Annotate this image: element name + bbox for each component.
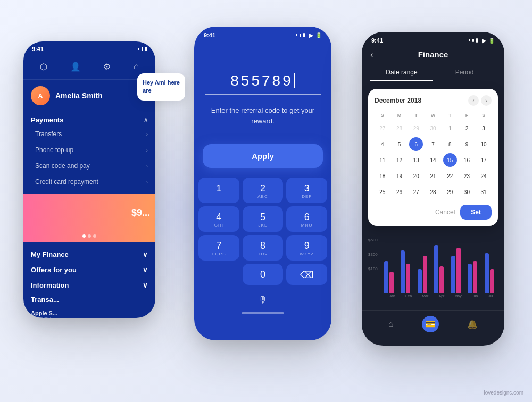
cal-day-4[interactable]: 4 <box>376 137 389 151</box>
offers-chevron: ∨ <box>143 266 148 274</box>
cal-day-29[interactable]: 29 <box>443 185 457 199</box>
key-0[interactable]: 0 <box>243 264 284 285</box>
offers-header[interactable]: Offers for you ∨ <box>23 262 155 276</box>
cal-day-28o[interactable]: 28 <box>393 121 406 135</box>
signal-bar-1 <box>138 48 139 50</box>
cal-day-13[interactable]: 13 <box>409 153 423 167</box>
cal-day-25[interactable]: 25 <box>376 185 389 199</box>
cal-day-27o[interactable]: 27 <box>376 121 389 135</box>
nav-item-scan[interactable]: Scan code and pay › <box>23 158 155 174</box>
tab-row: Date range Period <box>370 64 496 81</box>
cal-day-26[interactable]: 26 <box>393 185 406 199</box>
profile-icon[interactable]: 👤 <box>67 58 84 75</box>
cal-day-11[interactable]: 11 <box>376 153 389 167</box>
bottom-card-btn[interactable]: 💳 <box>422 316 439 332</box>
key-9[interactable]: 9 WXYZ <box>286 235 327 261</box>
key-0-num: 0 <box>245 269 281 280</box>
key-6[interactable]: 6 MNO <box>286 206 327 232</box>
settings-icon[interactable]: ⚙ <box>100 58 114 75</box>
signal-icons-right: ▶ 🔋 <box>469 38 495 44</box>
status-bar-mid: 9:41 ▶ 🔋 <box>194 27 331 41</box>
set-button[interactable]: Set <box>460 205 492 220</box>
cal-day-16[interactable]: 16 <box>460 153 473 167</box>
cal-day-27[interactable]: 27 <box>409 185 423 199</box>
cal-day-30[interactable]: 30 <box>460 185 473 199</box>
sig-bar-2 <box>300 34 301 37</box>
cal-day-5[interactable]: 5 <box>393 137 406 151</box>
cal-next-btn[interactable]: › <box>481 95 492 106</box>
bottom-bell-btn[interactable]: 🔔 <box>464 316 481 332</box>
key-backspace[interactable]: ⌫ <box>286 264 327 285</box>
cal-day-2[interactable]: 2 <box>460 121 473 135</box>
key-3-num: 3 <box>288 183 325 194</box>
cal-day-24[interactable]: 24 <box>477 169 491 183</box>
bar-pink-apr <box>439 266 444 293</box>
logout-icon[interactable]: ⬡ <box>37 58 51 75</box>
cal-prev-btn[interactable]: ‹ <box>468 95 479 106</box>
cal-day-21[interactable]: 21 <box>426 169 440 183</box>
key-8[interactable]: 8 TUV <box>243 235 284 261</box>
cal-day-28[interactable]: 28 <box>426 185 440 199</box>
payments-chevron: ∧ <box>144 116 148 123</box>
transaction-section: Transa... Apple S... 14:25 PM Paypal... … <box>23 291 155 318</box>
key-7[interactable]: 7 PQRS <box>198 235 239 261</box>
bar-blue-mar <box>418 269 422 293</box>
nav-item-transfers[interactable]: Transfers › <box>23 126 155 142</box>
my-finance-header[interactable]: My Finance ∨ <box>23 246 155 261</box>
cal-day-10[interactable]: 10 <box>477 137 491 151</box>
cal-day-14[interactable]: 14 <box>426 153 440 167</box>
bar-pink-may <box>456 248 461 293</box>
tab-period[interactable]: Period <box>433 64 496 81</box>
cal-day-22[interactable]: 22 <box>443 169 457 183</box>
dot-3 <box>93 234 96 238</box>
cal-day-19[interactable]: 19 <box>393 169 406 183</box>
numpad-row-4: 0 ⌫ <box>198 264 327 285</box>
cal-day-3[interactable]: 3 <box>477 121 491 135</box>
transfers-label: Transfers <box>35 130 62 138</box>
cal-day-17[interactable]: 17 <box>477 153 491 167</box>
key-3[interactable]: 3 DEF <box>286 178 327 203</box>
dot-1 <box>82 234 86 238</box>
nav-item-credit[interactable]: Credit card repayment › <box>23 174 155 190</box>
topup-arrow: › <box>146 147 148 153</box>
cal-day-12[interactable]: 12 <box>393 153 406 167</box>
cal-day-30o[interactable]: 30 <box>426 121 440 135</box>
mic-icon: 🎙 <box>258 295 268 305</box>
key-6-num: 6 <box>288 212 325 223</box>
cal-day-15[interactable]: 15 <box>443 153 457 167</box>
cal-day-1[interactable]: 1 <box>443 121 457 135</box>
key-5[interactable]: 5 JKL <box>243 206 284 232</box>
bottom-home-btn[interactable]: ⌂ <box>385 316 397 332</box>
nav-item-phone-topup[interactable]: Phone top-up › <box>23 142 155 158</box>
apply-button[interactable]: Apply <box>203 144 323 168</box>
cal-day-31[interactable]: 31 <box>477 185 491 199</box>
credit-arrow: › <box>146 179 148 185</box>
key-2[interactable]: 2 ABC <box>243 178 284 203</box>
numpad-row-1: 1 2 ABC 3 DEF <box>198 178 327 203</box>
cal-day-8[interactable]: 8 <box>443 137 457 151</box>
cal-day-6[interactable]: 6 <box>409 137 423 151</box>
key-1[interactable]: 1 <box>198 178 239 203</box>
back-button[interactable]: ‹ <box>370 50 373 60</box>
cal-day-7[interactable]: 7 <box>426 137 440 151</box>
bar-blue-feb <box>401 250 405 293</box>
payments-section-header[interactable]: Payments ∧ <box>23 112 155 126</box>
cal-day-18[interactable]: 18 <box>376 169 389 183</box>
cal-day-9[interactable]: 9 <box>460 137 473 151</box>
cal-day-29o[interactable]: 29 <box>409 121 423 135</box>
bar-blue-jun <box>468 264 472 293</box>
information-header[interactable]: Information ∨ <box>23 277 155 291</box>
code-input[interactable]: 855789 <box>205 68 321 95</box>
cal-day-20[interactable]: 20 <box>409 169 423 183</box>
cal-day-23[interactable]: 23 <box>460 169 473 183</box>
key-4[interactable]: 4 GHI <box>198 206 239 232</box>
calendar-grid: S M T W T F S 27 28 29 30 1 2 3 4 5 6 7 … <box>375 111 492 199</box>
calendar-header: December 2018 ‹ › <box>375 95 492 106</box>
tab-date-range[interactable]: Date range <box>370 64 433 81</box>
bar-pink-mar <box>423 256 427 293</box>
sig-bar-1 <box>296 34 297 36</box>
home-icon[interactable]: ⌂ <box>130 58 142 75</box>
x-label-jul: Jul <box>488 294 493 298</box>
bar-blue-jul <box>485 253 489 293</box>
cancel-button[interactable]: Cancel <box>435 208 455 216</box>
